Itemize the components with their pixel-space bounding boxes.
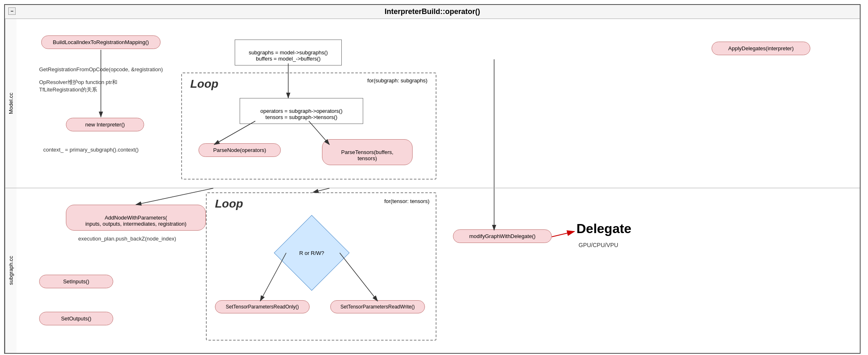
diamond-wrapper: R or R/W? (285, 226, 338, 280)
section-top-label: Model.cc (5, 19, 16, 188)
op-resolver-note: OpResolver维护op function ptr和 TfLiteRegis… (39, 79, 117, 93)
main-title: InterpreterBuild::operator() (385, 7, 480, 16)
get-registration-text: GetRegistrationFromOpCode(opcode, &regis… (39, 66, 163, 72)
section-top-content: BuildLocalIndexToRegistrationMapping() G… (16, 19, 860, 188)
title-bar: − InterpreterBuild::operator() (5, 5, 860, 19)
section-bottom-label: subgraph.cc (5, 188, 16, 353)
bottom-loop-container: Loop for(tensor: tensors) R or R/W? SetT… (206, 192, 436, 341)
section-bottom-content: AddNodeWithParameters( inputs, outputs, … (16, 188, 860, 353)
svg-line-7 (340, 253, 378, 301)
bottom-loop-label: Loop (215, 197, 243, 210)
parse-node-box[interactable]: ParseNode(operators) (198, 143, 281, 157)
set-inputs-box[interactable]: SetInputs() (39, 275, 113, 288)
new-interpreter-box[interactable]: new Interpreter() (66, 118, 144, 131)
section-subgraph-cc: − subgraph.cc AddNodeWithParameters( inp… (5, 188, 860, 353)
operators-box: operators = subgraph->operators() tensor… (240, 98, 363, 124)
main-content: − Model.cc BuildLocalIndexToRegistration… (5, 19, 860, 353)
set-readwrite-box[interactable]: SetTensorParametersReadWrite() (330, 300, 425, 313)
delegate-label: Delegate (576, 221, 631, 236)
top-loop-container: Loop for(subgraph: subgraphs) operators … (181, 72, 436, 180)
section-model-cc: − Model.cc BuildLocalIndexToRegistration… (5, 19, 860, 188)
add-node-box[interactable]: AddNodeWithParameters( inputs, outputs, … (66, 205, 206, 231)
context-text: context_ = primary_subgraph().context() (43, 147, 139, 153)
build-local-box[interactable]: BuildLocalIndexToRegistrationMapping() (41, 35, 161, 49)
set-outputs-box[interactable]: SetOutputs() (39, 312, 113, 325)
svg-line-13 (552, 231, 574, 237)
parse-tensors-box[interactable]: ParseTensors(buffers, tensors) (322, 139, 413, 165)
subgraphs-box: subgraphs = model->subgraphs() buffers =… (235, 40, 342, 65)
bottom-loop-for: for(tensor: tensors) (384, 198, 429, 204)
top-loop-label: Loop (190, 77, 218, 91)
outer-collapse-btn[interactable]: − (8, 7, 16, 15)
execution-plan-text: execution_plan.push_backZ(node_index) (78, 236, 176, 242)
top-loop-for: for(subgraph: subgraphs) (367, 77, 427, 84)
modify-graph-box[interactable]: modifyGraphWithDelegate() (453, 229, 552, 243)
delegate-sub-label: GPU/CPU/VPU (579, 242, 618, 248)
apply-delegates-box[interactable]: ApplyDelegates(interpreter) (712, 42, 810, 55)
set-readonly-box[interactable]: SetTensorParametersReadOnly() (215, 300, 310, 313)
svg-line-11 (313, 188, 329, 192)
diamond-label: R or R/W? (285, 226, 338, 280)
outer-frame: − InterpreterBuild::operator() − Model.c… (4, 4, 861, 354)
svg-line-10 (136, 188, 213, 205)
